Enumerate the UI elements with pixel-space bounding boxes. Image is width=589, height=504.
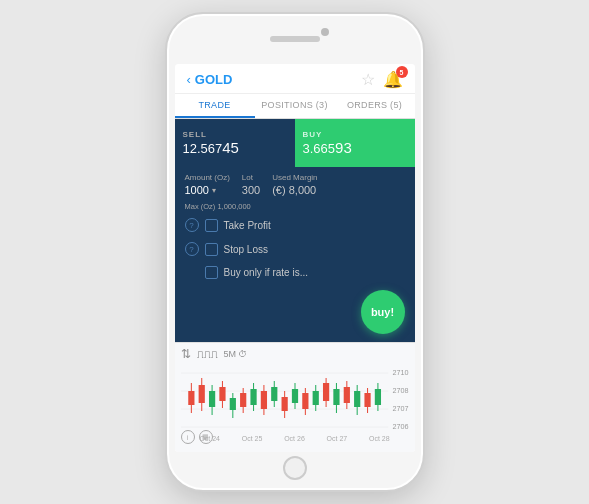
star-icon[interactable]: ☆ — [361, 70, 375, 89]
x-label-4: Oct 28 — [369, 435, 390, 442]
svg-rect-37 — [354, 391, 360, 407]
tab-positions[interactable]: POSITIONS (3) — [255, 94, 335, 118]
amount-value[interactable]: 1000 ▾ — [185, 184, 230, 196]
max-text: Max (Oz) 1,000,000 — [185, 202, 405, 211]
take-profit-checkbox[interactable] — [205, 219, 218, 232]
sell-price: 12.56745 — [183, 139, 287, 156]
buy-only-label: Buy only if rate is... — [224, 267, 308, 278]
svg-rect-17 — [250, 389, 256, 405]
svg-text:2706: 2706 — [392, 423, 408, 431]
stop-loss-help[interactable]: ? — [185, 242, 199, 256]
amount-row: Amount (Oz) 1000 ▾ Lot 300 Used Margin (… — [185, 173, 405, 196]
chart-bottom-icons: i ▦ — [181, 430, 213, 444]
svg-rect-29 — [312, 391, 318, 405]
svg-rect-33 — [333, 389, 339, 405]
svg-rect-9 — [208, 391, 214, 407]
svg-rect-35 — [343, 387, 349, 403]
amount-field: Amount (Oz) 1000 ▾ — [185, 173, 230, 196]
back-nav[interactable]: ‹ GOLD — [187, 72, 233, 87]
tab-trade[interactable]: TRADE — [175, 94, 255, 118]
swap-icon[interactable]: ⇅ — [181, 347, 191, 361]
svg-rect-21 — [271, 387, 277, 401]
trade-form: Amount (Oz) 1000 ▾ Lot 300 Used Margin (… — [175, 167, 415, 342]
margin-field: Used Margin (€) 8,000 — [272, 173, 317, 196]
info-icon[interactable]: i — [181, 430, 195, 444]
margin-label: Used Margin — [272, 173, 317, 182]
phone-speaker — [270, 36, 320, 42]
svg-text:2708: 2708 — [392, 387, 408, 395]
lot-label: Lot — [242, 173, 260, 182]
notification-bell[interactable]: 🔔 5 — [383, 70, 403, 89]
x-label-3: Oct 27 — [327, 435, 348, 442]
back-icon: ‹ — [187, 72, 191, 87]
tab-orders[interactable]: ORDERS (5) — [335, 94, 415, 118]
buy-side[interactable]: BUY 3.66593 — [295, 119, 415, 167]
chart-area: ⇅ ⎍⎍⎍ 5M ⏱ — [175, 342, 415, 452]
app-header: ‹ GOLD ☆ 🔔 5 — [175, 64, 415, 94]
svg-rect-7 — [198, 385, 204, 403]
svg-rect-23 — [281, 397, 287, 411]
x-label-1: Oct 25 — [242, 435, 263, 442]
svg-rect-11 — [219, 387, 225, 401]
svg-text:2707: 2707 — [392, 405, 408, 413]
candlestick-icon[interactable]: ⎍⎍⎍ — [197, 348, 218, 360]
x-axis-labels: Oct 24 Oct 25 Oct 26 Oct 27 Oct 28 — [181, 435, 409, 442]
header-icons: ☆ 🔔 5 — [361, 70, 403, 89]
page-title: GOLD — [195, 72, 233, 87]
buy-price: 3.66593 — [303, 139, 407, 156]
svg-rect-5 — [188, 391, 194, 405]
chart-toolbar: ⇅ ⎍⎍⎍ 5M ⏱ — [181, 347, 409, 361]
svg-rect-19 — [260, 391, 266, 409]
sell-side[interactable]: SELL 12.56745 — [175, 119, 295, 167]
svg-rect-13 — [229, 398, 235, 410]
tab-bar: TRADE POSITIONS (3) ORDERS (5) — [175, 94, 415, 119]
clock-icon: ⏱ — [238, 349, 247, 359]
margin-value: (€) 8,000 — [272, 184, 317, 196]
phone-home-button[interactable] — [283, 456, 307, 480]
svg-rect-31 — [322, 383, 328, 401]
svg-text:2710: 2710 — [392, 369, 408, 377]
chart-canvas: 2710 2708 2707 2706 Oct 24 Oct 25 Oct 26… — [181, 363, 409, 441]
svg-rect-41 — [374, 389, 380, 405]
stop-loss-row: ? Stop Loss — [185, 239, 405, 259]
svg-rect-15 — [240, 393, 246, 407]
sell-label: SELL — [183, 130, 287, 139]
price-row: SELL 12.56745 BUY 3.66593 — [175, 119, 415, 167]
timeframe-button[interactable]: 5M ⏱ — [224, 349, 248, 359]
take-profit-row: ? Take Profit — [185, 215, 405, 235]
take-profit-label: Take Profit — [224, 220, 271, 231]
phone-device: ‹ GOLD ☆ 🔔 5 TRADE POSITIONS (3) ORDERS … — [165, 12, 425, 492]
buy-button[interactable]: buy! — [361, 290, 405, 334]
stop-loss-label: Stop Loss — [224, 244, 268, 255]
amount-label: Amount (Oz) — [185, 173, 230, 182]
phone-screen: ‹ GOLD ☆ 🔔 5 TRADE POSITIONS (3) ORDERS … — [175, 64, 415, 452]
buy-only-checkbox[interactable] — [205, 266, 218, 279]
buy-only-row: Buy only if rate is... — [185, 263, 405, 282]
stop-loss-checkbox[interactable] — [205, 243, 218, 256]
table-icon[interactable]: ▦ — [199, 430, 213, 444]
notification-badge: 5 — [396, 66, 408, 78]
lot-value: 300 — [242, 184, 260, 196]
phone-camera — [321, 28, 329, 36]
buy-button-row: buy! — [185, 290, 405, 334]
x-label-2: Oct 26 — [284, 435, 305, 442]
amount-dropdown-arrow: ▾ — [212, 186, 216, 195]
svg-rect-27 — [302, 393, 308, 409]
svg-rect-25 — [291, 389, 297, 403]
lot-field: Lot 300 — [242, 173, 260, 196]
buy-label: BUY — [303, 130, 407, 139]
take-profit-help[interactable]: ? — [185, 218, 199, 232]
svg-rect-39 — [364, 393, 370, 407]
chart-svg: 2710 2708 2707 2706 — [181, 363, 409, 431]
